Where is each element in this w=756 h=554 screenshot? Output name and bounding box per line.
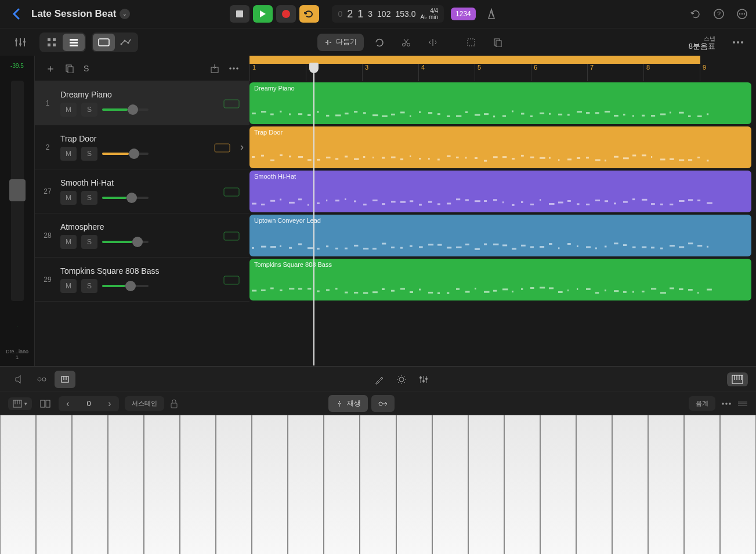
volume-slider[interactable] [102, 285, 149, 287]
snap-section[interactable]: 스냅 8분음표 [689, 35, 715, 50]
volume-slider[interactable] [102, 241, 149, 243]
instrument-icon[interactable] [210, 138, 234, 157]
sustain-button[interactable]: 서스테인 [125, 396, 164, 411]
mixer-toggle-icon[interactable] [14, 36, 27, 49]
mute-button[interactable]: M [60, 235, 77, 249]
region-clip[interactable]: Smooth Hi-Hat [249, 171, 751, 212]
playhead[interactable] [313, 64, 314, 365]
white-key[interactable] [648, 415, 684, 554]
sound-tab[interactable] [8, 371, 29, 388]
timeline-ruler[interactable]: 123456789 [249, 56, 756, 81]
grid-view-button[interactable] [41, 34, 63, 51]
brightness-tool-button[interactable] [396, 374, 407, 385]
white-key[interactable] [720, 415, 756, 554]
settings-tool-button[interactable] [418, 374, 429, 385]
white-key[interactable] [72, 415, 108, 554]
toolbar-more-button[interactable] [727, 34, 749, 51]
region-clip[interactable]: Dreamy Piano [249, 82, 751, 124]
playhead-handle-icon[interactable] [309, 63, 319, 73]
cycle-button[interactable] [299, 5, 319, 23]
fader-handle[interactable] [9, 179, 26, 201]
channel-fader[interactable] [11, 81, 24, 301]
instrument-icon[interactable] [219, 94, 244, 113]
mute-button[interactable]: M [60, 191, 77, 205]
solo-button[interactable]: S [81, 235, 97, 249]
list-view-button[interactable] [63, 34, 85, 51]
lock-button[interactable] [170, 399, 178, 408]
white-key[interactable] [324, 415, 360, 554]
import-button[interactable] [210, 64, 219, 73]
trim-tool-button[interactable]: 다듬기 [317, 34, 364, 51]
loop-tool-button[interactable] [368, 34, 390, 51]
white-key[interactable] [612, 415, 648, 554]
white-key[interactable] [216, 415, 252, 554]
keyboard-drag-handle[interactable] [737, 401, 748, 407]
volume-slider[interactable] [102, 153, 149, 155]
region-clip[interactable]: Uptown Conveyor Lead [249, 215, 751, 256]
white-key[interactable] [396, 415, 432, 554]
piano-roll-button[interactable] [727, 372, 748, 386]
region-view-button[interactable] [93, 34, 115, 51]
instrument-icon[interactable] [219, 226, 244, 245]
project-title[interactable]: Late Session Beat ⌄ [31, 8, 130, 20]
white-key[interactable] [108, 415, 144, 554]
white-key[interactable] [468, 415, 504, 554]
solo-button[interactable]: S [81, 191, 97, 205]
record-button[interactable] [276, 5, 296, 23]
track-row[interactable]: 29 Tompkins Square 808 Bass M S [35, 258, 249, 302]
white-key[interactable] [288, 415, 324, 554]
pencil-tool-button[interactable] [374, 374, 385, 385]
track-row[interactable]: 27 Smooth Hi-Hat M S [35, 169, 249, 213]
duplicate-track-button[interactable] [65, 64, 74, 73]
white-key[interactable]: C2 [0, 415, 36, 554]
solo-button[interactable]: S [81, 147, 97, 161]
arrange-area[interactable]: 123456789 Dreamy PianoTrap DoorSmooth Hi… [249, 56, 756, 366]
automation-view-button[interactable] [115, 34, 137, 51]
white-key[interactable] [36, 415, 72, 554]
piano-keyboard[interactable]: C2C3C4 [0, 415, 756, 554]
marquee-tool-button[interactable] [460, 34, 482, 51]
white-key[interactable]: C3 [252, 415, 288, 554]
octave-up-button[interactable]: › [100, 396, 119, 411]
glissando-button[interactable] [371, 395, 395, 412]
region-clip[interactable]: Tompkins Square 808 Bass [249, 259, 751, 300]
white-key[interactable] [144, 415, 180, 554]
controls-tab[interactable] [31, 371, 52, 388]
tracks-more-button[interactable] [229, 67, 239, 70]
white-key[interactable] [180, 415, 216, 554]
scissors-tool-button[interactable] [395, 34, 417, 51]
lcd-display[interactable]: 0 2 1 3 102 153.0 4/4 A♭ min [332, 5, 444, 23]
volume-slider[interactable] [102, 197, 149, 199]
white-key[interactable] [684, 415, 720, 554]
white-key[interactable] [360, 415, 396, 554]
solo-button[interactable]: S [81, 279, 97, 293]
scale-button[interactable]: 음계 [689, 396, 715, 411]
track-row[interactable]: 1 Dreamy Piano M S [35, 81, 249, 125]
white-key[interactable] [432, 415, 468, 554]
volume-slider[interactable] [102, 108, 149, 111]
add-track-button[interactable]: ＋ [45, 61, 56, 75]
track-row[interactable]: 28 Atmosphere M S [35, 213, 249, 258]
global-solo-button[interactable]: S [84, 64, 89, 73]
instrument-icon[interactable] [219, 182, 244, 201]
white-key[interactable] [576, 415, 612, 554]
track-row[interactable]: 2 Trap Door M S › [35, 125, 249, 169]
count-in-button[interactable]: 1234 [451, 8, 476, 20]
stop-button[interactable] [230, 5, 249, 23]
white-key[interactable] [540, 415, 576, 554]
help-button[interactable]: ? [712, 7, 726, 21]
keyboard-tab[interactable] [55, 371, 75, 388]
split-keyboard-button[interactable] [38, 397, 53, 411]
play-mode-button[interactable]: 재생 [328, 395, 368, 412]
split-tool-button[interactable] [422, 34, 444, 51]
keyboard-more-button[interactable] [721, 402, 732, 405]
white-key[interactable]: C4 [504, 415, 540, 554]
octave-down-button[interactable]: ‹ [59, 396, 77, 411]
back-button[interactable] [7, 5, 24, 23]
solo-button[interactable]: S [81, 103, 97, 117]
mute-button[interactable]: M [60, 279, 77, 293]
metronome-button[interactable] [483, 5, 500, 23]
more-button[interactable] [735, 7, 749, 21]
play-button[interactable] [253, 5, 273, 23]
instrument-icon[interactable] [219, 270, 244, 289]
